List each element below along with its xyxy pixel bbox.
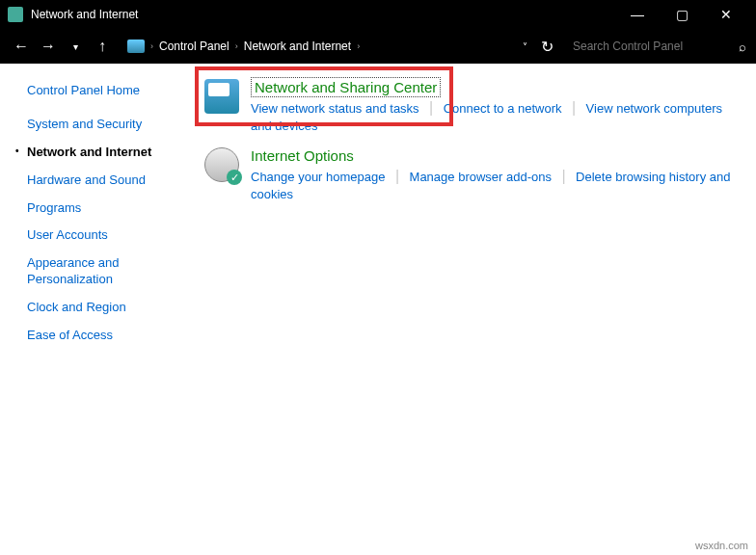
search-input[interactable]	[567, 34, 731, 59]
separator: |	[429, 99, 433, 116]
separator: |	[572, 99, 576, 116]
internet-options-icon	[204, 147, 239, 182]
forward-button[interactable]: →	[37, 35, 60, 58]
control-panel-home-link[interactable]: Control Panel Home	[27, 83, 193, 99]
manage-addons-link[interactable]: Manage browser add-ons	[410, 170, 552, 184]
chevron-right-icon: ›	[150, 41, 153, 51]
minimize-button[interactable]: —	[615, 0, 660, 29]
view-network-status-link[interactable]: View network status and tasks	[251, 101, 419, 116]
maximize-button[interactable]: ▢	[660, 0, 704, 29]
sidebar-item-appearance[interactable]: Appearance and Personalization	[27, 255, 193, 288]
sidebar-item-hardware-sound[interactable]: Hardware and Sound	[27, 172, 193, 189]
navigation-bar: ← → ▾ ↑ › Control Panel › Network and In…	[0, 29, 756, 64]
sidebar-item-network-internet[interactable]: Network and Internet	[27, 145, 193, 161]
back-button[interactable]: ←	[10, 35, 33, 58]
sidebar-item-system-security[interactable]: System and Security	[27, 117, 193, 133]
network-sharing-icon	[204, 79, 239, 114]
watermark: wsxdn.com	[695, 540, 748, 551]
internet-options-link[interactable]: Internet Options	[251, 147, 354, 164]
close-button[interactable]: ✕	[704, 0, 748, 29]
control-panel-icon	[127, 40, 145, 53]
content-area: Control Panel Home System and Security N…	[0, 64, 756, 540]
window-title: Network and Internet	[31, 8, 615, 21]
category-network-sharing: Network and Sharing Center View network …	[201, 75, 748, 138]
connect-network-link[interactable]: Connect to a network	[444, 101, 562, 116]
breadcrumb-root[interactable]: Control Panel	[159, 40, 230, 53]
recent-dropdown[interactable]: ▾	[64, 35, 87, 58]
chevron-right-icon: ›	[357, 41, 360, 51]
network-sharing-center-link[interactable]: Network and Sharing Center	[251, 77, 441, 97]
separator: |	[561, 168, 565, 184]
up-button[interactable]: ↑	[91, 35, 114, 58]
breadcrumb-dropdown-icon[interactable]: ˅	[523, 41, 527, 52]
chevron-right-icon: ›	[235, 41, 238, 51]
search-icon[interactable]: ⌕	[739, 40, 746, 54]
breadcrumb-current[interactable]: Network and Internet	[244, 40, 351, 53]
breadcrumb[interactable]: › Control Panel › Network and Internet ›	[127, 40, 519, 53]
main-panel: Network and Sharing Center View network …	[193, 64, 756, 540]
category-internet-options: Internet Options Change your homepage | …	[201, 144, 748, 206]
sidebar-item-programs[interactable]: Programs	[27, 200, 193, 217]
sidebar-item-user-accounts[interactable]: User Accounts	[27, 227, 193, 244]
app-icon	[8, 7, 23, 22]
refresh-button[interactable]: ↻	[541, 38, 554, 56]
sidebar-item-ease-access[interactable]: Ease of Access	[27, 328, 193, 344]
change-homepage-link[interactable]: Change your homepage	[251, 170, 386, 184]
sidebar-item-clock-region[interactable]: Clock and Region	[27, 300, 193, 316]
separator: |	[395, 168, 399, 184]
window-controls: — ▢ ✕	[615, 0, 748, 29]
window-titlebar: Network and Internet — ▢ ✕	[0, 0, 756, 29]
sidebar: Control Panel Home System and Security N…	[0, 64, 193, 540]
search-box[interactable]: ⌕	[567, 34, 746, 59]
